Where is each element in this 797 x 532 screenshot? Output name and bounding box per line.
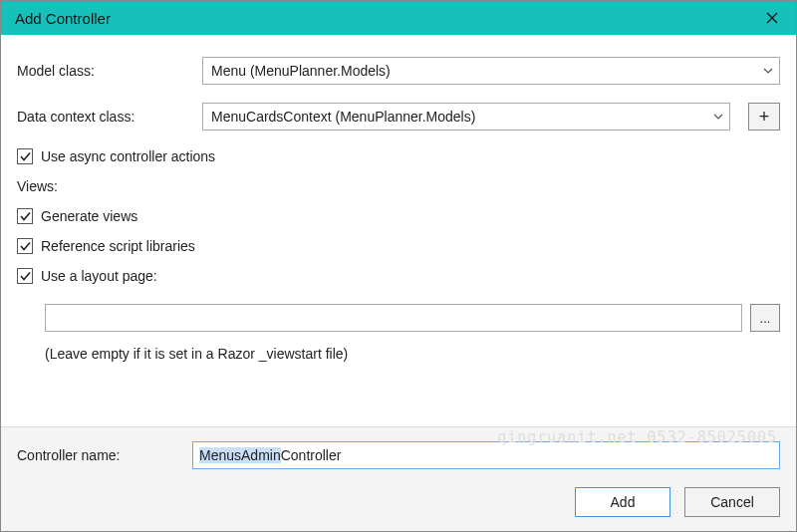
data-context-value: MenuCardsContext (MenuPlanner.Models) — [211, 109, 475, 125]
ref-script-row: Reference script libraries — [17, 238, 780, 254]
views-section-label: Views: — [17, 178, 780, 194]
cancel-button[interactable]: Cancel — [684, 487, 780, 517]
layout-page-input[interactable] — [45, 304, 742, 332]
async-actions-label: Use async controller actions — [41, 148, 215, 164]
controller-name-rest: Controller — [281, 447, 342, 463]
check-icon — [20, 151, 31, 162]
async-actions-checkbox[interactable] — [17, 148, 33, 164]
data-context-label: Data context class: — [17, 109, 192, 125]
data-context-combo[interactable]: MenuCardsContext (MenuPlanner.Models) — [202, 103, 730, 131]
generate-views-checkbox[interactable] — [17, 208, 33, 224]
close-icon — [766, 12, 778, 24]
check-icon — [20, 211, 31, 222]
model-class-combo[interactable]: Menu (MenuPlanner.Models) — [202, 57, 780, 85]
add-data-context-button[interactable]: + — [748, 103, 780, 131]
model-class-row: Model class: Menu (MenuPlanner.Models) — [17, 57, 780, 85]
layout-hint: (Leave empty if it is set in a Razor _vi… — [45, 346, 780, 362]
async-actions-row: Use async controller actions — [17, 148, 780, 164]
titlebar: Add Controller — [1, 1, 796, 35]
ref-script-checkbox[interactable] — [17, 238, 33, 254]
controller-name-row: Controller name: MenusAdminController — [17, 441, 780, 469]
check-icon — [20, 271, 31, 282]
generate-views-row: Generate views — [17, 208, 780, 224]
model-class-value: Menu (MenuPlanner.Models) — [211, 63, 391, 79]
add-button[interactable]: Add — [575, 487, 670, 517]
generate-views-label: Generate views — [41, 208, 137, 224]
chevron-down-icon — [713, 112, 723, 122]
ref-script-label: Reference script libraries — [41, 238, 195, 254]
data-context-row: Data context class: MenuCardsContext (Me… — [17, 103, 780, 131]
close-button[interactable] — [748, 1, 796, 35]
layout-page-label: Use a layout page: — [41, 268, 157, 284]
model-class-label: Model class: — [17, 63, 192, 79]
dialog-buttons: Add Cancel — [17, 487, 780, 517]
layout-page-checkbox[interactable] — [17, 268, 33, 284]
window-title: Add Controller — [15, 10, 111, 27]
dialog-body: Model class: Menu (MenuPlanner.Models) D… — [1, 35, 796, 531]
check-icon — [20, 241, 31, 252]
dialog-footer: Controller name: MenusAdminController Ad… — [1, 426, 796, 531]
browse-layout-button[interactable]: ... — [750, 304, 780, 332]
dialog-window: Add Controller Model class: Menu (MenuPl… — [0, 0, 797, 532]
layout-input-row: ... — [45, 304, 780, 332]
layout-page-row: Use a layout page: — [17, 268, 780, 284]
controller-name-input[interactable]: MenusAdminController — [192, 441, 780, 469]
chevron-down-icon — [763, 66, 773, 76]
controller-name-label: Controller name: — [17, 447, 192, 463]
controller-name-selected: MenusAdmin — [199, 447, 281, 463]
